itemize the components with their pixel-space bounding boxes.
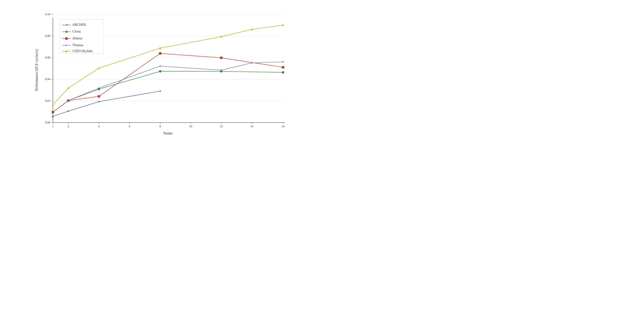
x-axis-label: Nodes [163,131,173,136]
y-tick-004: 0.04 [45,78,50,81]
x-tick-4: 4 [98,125,100,128]
cirrus-marker-4 [159,70,161,72]
svg-marker-24 [67,110,69,112]
y-tick-0: 0.00 [45,121,50,124]
athena-marker-4 [159,52,161,54]
x-tick-8: 8 [160,125,161,128]
thomas-marker-3 [160,65,161,67]
y-tick-010: 0.10 [45,12,50,16]
legend-thomas-label: Thomas [72,43,83,47]
legend-csd3-label: CSD3-Skylake [72,49,92,53]
thomas-marker-5 [251,62,253,64]
cirrus-marker-6 [282,71,284,74]
svg-marker-25 [98,101,99,102]
athena-marker-3 [98,95,100,98]
y-tick-002: 0.02 [45,99,50,102]
x-tick-2: 2 [68,125,69,128]
cirrus-line [53,72,283,112]
y-axis-label: Performance (SCF cycles/s) [34,49,39,91]
y-tick-006: 0.06 [45,56,50,59]
athena-marker-5 [220,56,222,59]
csd3-marker-7 [282,24,284,26]
chart-container: 0.00 0.02 0.04 0.06 0.08 0.10 Performanc… [9,7,313,154]
legend-archer-label: ARCHER [72,23,86,26]
svg-marker-39 [282,24,284,26]
legend-cirrus-label: Cirrus [72,30,81,33]
svg-marker-32 [282,61,284,62]
svg-marker-31 [251,62,253,64]
x-tick-16: 16 [282,125,284,128]
athena-marker-1 [52,111,54,113]
archer-line [53,91,160,116]
x-tick-12: 12 [220,125,223,128]
x-tick-1: 1 [52,125,54,128]
legend-athena-marker [65,38,68,40]
svg-marker-29 [160,65,161,67]
y-tick-008: 0.08 [45,34,50,38]
legend-cirrus-marker [66,31,68,33]
x-tick-10: 10 [189,125,192,128]
archer-marker-2 [67,110,69,112]
legend-athena-label: Athena [72,36,82,40]
thomas-marker-6 [282,61,284,62]
x-tick-6: 6 [129,125,130,128]
svg-marker-26 [159,90,161,92]
athena-marker-6 [282,66,284,68]
chart-svg: 0.00 0.02 0.04 0.06 0.08 0.10 Performanc… [27,14,302,140]
archer-marker-3 [98,101,99,102]
archer-marker-4 [159,90,161,92]
x-tick-14: 14 [250,125,254,128]
athena-line [53,54,283,112]
